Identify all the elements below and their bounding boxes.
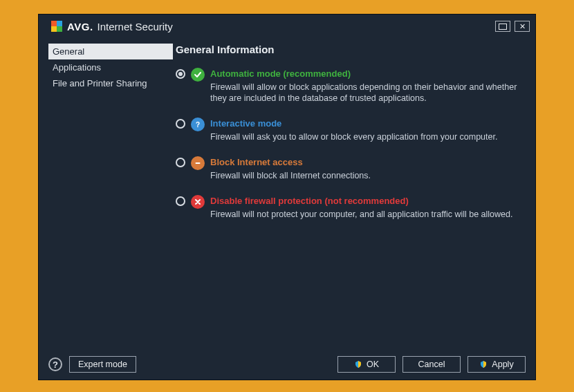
avg-logo-icon (51, 21, 62, 32)
option-disable: Disable firewall protection (not recomme… (176, 195, 526, 220)
option-title: Disable firewall protection (not recomme… (210, 195, 526, 207)
svg-rect-0 (51, 21, 57, 26)
cross-icon (191, 195, 205, 209)
option-automatic: Automatic mode (recommended) Firewall wi… (176, 68, 526, 104)
button-label: Expert mode (78, 360, 127, 369)
minus-icon (191, 156, 205, 170)
svg-rect-3 (57, 26, 62, 32)
option-title: Interactive mode (210, 118, 526, 130)
button-label: OK (367, 360, 379, 369)
sidebar-item-general[interactable]: General (48, 44, 173, 59)
help-icon[interactable]: ? (48, 357, 62, 371)
option-description: Firewall will ask you to allow or block … (210, 131, 526, 142)
brand-text: AVG. (67, 21, 93, 32)
radio-block[interactable] (176, 158, 185, 167)
radio-automatic[interactable] (176, 69, 185, 79)
main-panel: General Information Automatic mode (reco… (173, 42, 526, 349)
check-icon (191, 68, 205, 82)
expert-mode-button[interactable]: Expert mode (69, 356, 136, 373)
ok-button[interactable]: OK (337, 356, 396, 373)
cancel-button[interactable]: Cancel (402, 356, 461, 373)
option-title: Automatic mode (recommended) (210, 68, 526, 80)
button-label: Apply (492, 360, 513, 369)
apply-button[interactable]: Apply (467, 356, 526, 373)
button-label: Cancel (418, 360, 445, 369)
product-name: Internet Security (98, 21, 173, 32)
sidebar-item-label: Applications (53, 62, 101, 73)
option-description: Firewall will block all Internet connect… (210, 170, 526, 181)
svg-rect-5 (196, 162, 201, 164)
shield-icon (479, 360, 488, 368)
shield-icon (354, 360, 362, 368)
footer: ? Expert mode OK Cancel Apply (39, 349, 535, 380)
close-button[interactable]: ✕ (515, 21, 530, 32)
sidebar-item-file-printer-sharing[interactable]: File and Printer Sharing (48, 75, 173, 91)
svg-text:?: ? (196, 121, 200, 129)
svg-rect-2 (51, 26, 57, 32)
option-title: Block Internet access (210, 156, 526, 169)
sidebar-item-applications[interactable]: Applications (48, 59, 173, 75)
radio-disable[interactable] (176, 196, 185, 206)
sidebar-item-label: File and Printer Sharing (53, 78, 147, 88)
option-description: Firewall will not protect your computer,… (210, 209, 526, 220)
radio-interactive[interactable] (176, 119, 185, 129)
section-heading: General Information (176, 44, 526, 55)
titlebar: AVG. Internet Security ✕ (39, 15, 535, 38)
option-description: Firewall will allow or block application… (210, 82, 526, 104)
settings-window: AVG. Internet Security ✕ General Applica… (38, 14, 536, 380)
option-interactive: ? Interactive mode Firewall will ask you… (176, 118, 526, 142)
content-area: General Applications File and Printer Sh… (39, 38, 535, 349)
maximize-button[interactable] (495, 21, 510, 32)
sidebar-item-label: General (53, 46, 84, 57)
svg-rect-1 (57, 21, 62, 26)
sidebar: General Applications File and Printer Sh… (48, 42, 173, 349)
option-block: Block Internet access Firewall will bloc… (176, 156, 526, 181)
question-icon: ? (191, 118, 205, 131)
